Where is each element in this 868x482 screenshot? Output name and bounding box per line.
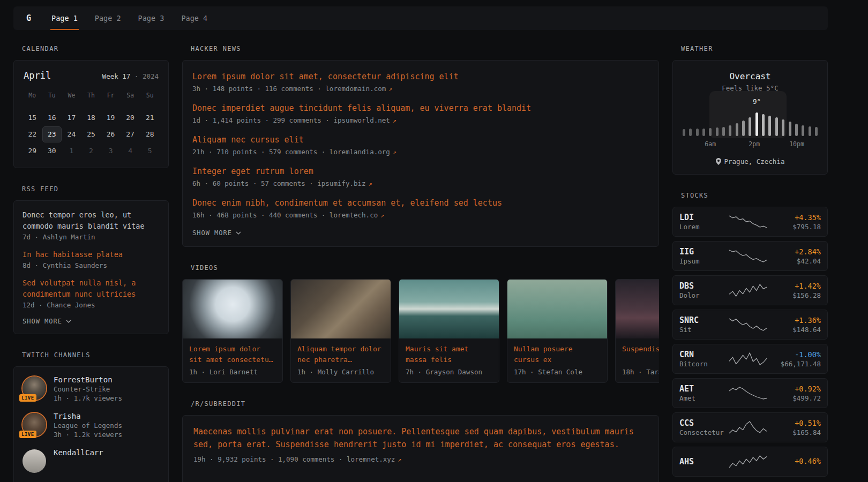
weather-bar xyxy=(768,116,771,136)
weather-current-temp: 9° xyxy=(753,97,761,106)
app-logo[interactable]: G xyxy=(23,13,34,23)
avatar: LIVE xyxy=(23,413,46,436)
time-label: 6am xyxy=(705,140,716,148)
stock-row[interactable]: AETAmet +0.92%$499.72 xyxy=(672,378,828,408)
calendar-day[interactable]: 26 xyxy=(101,126,121,142)
rss-item-link[interactable]: In hac habitasse platea xyxy=(23,249,160,260)
tab-page-1[interactable]: Page 1 xyxy=(50,6,79,30)
stocks-list: LDILorem +4.35%$795.18 IIGIpsum +2.84%$4… xyxy=(672,207,828,477)
calendar-day[interactable]: 25 xyxy=(81,126,101,142)
weather-condition: Overcast xyxy=(682,71,819,81)
calendar-day[interactable]: 15 xyxy=(23,110,42,126)
video-thumbnail xyxy=(291,280,391,338)
rss-item: In hac habitasse platea 8d · Cynthia Sau… xyxy=(23,249,160,269)
avatar xyxy=(23,449,46,473)
rss-show-more-button[interactable]: SHOW MORE xyxy=(23,318,71,325)
video-meta: 1h · Lori Barnett xyxy=(189,368,276,376)
news-title-link[interactable]: Aliquam nec cursus elit xyxy=(192,134,649,146)
calendar-day[interactable]: 17 xyxy=(62,110,81,126)
external-link-icon[interactable]: ↗ xyxy=(398,456,401,463)
left-column: CALENDAR April Week 17 · 2024 Mo Tu We xyxy=(13,45,169,482)
weekday-label: We xyxy=(62,88,81,102)
external-link-icon[interactable]: ↗ xyxy=(393,148,396,156)
twitch-channel[interactable]: LIVE Trisha League of Legends 3h · 1.2k … xyxy=(23,412,160,439)
tab-page-2[interactable]: Page 2 xyxy=(94,6,122,30)
calendar-day[interactable]: 1 xyxy=(62,143,81,159)
news-title-link[interactable]: Lorem ipsum dolor sit amet, consectetur … xyxy=(192,71,649,82)
news-show-more-button[interactable]: SHOW MORE xyxy=(192,229,241,237)
calendar-day[interactable]: 28 xyxy=(140,126,160,142)
stock-symbol: LDI xyxy=(679,213,724,222)
stock-row[interactable]: AHS +0.46% xyxy=(672,447,828,477)
calendar-day[interactable]: 19 xyxy=(101,110,121,126)
twitch-channel[interactable]: KendallCarr xyxy=(23,448,160,473)
rss-item-link[interactable]: Sed volutpat nulla nisl, a condimentum n… xyxy=(23,277,160,300)
subreddit-header: /R/SUBREDDIT xyxy=(191,400,659,408)
calendar-day[interactable]: 27 xyxy=(121,126,140,142)
calendar-day[interactable]: 29 xyxy=(23,143,42,159)
rss-item-meta: 7d · Ashlyn Martin xyxy=(23,233,160,241)
time-label: 10pm xyxy=(789,140,804,148)
calendar-day[interactable]: 30 xyxy=(42,143,62,159)
calendar-day[interactable]: 18 xyxy=(81,110,101,126)
twitch-channel-game: Counter-Strike xyxy=(54,385,122,393)
calendar-day[interactable]: 4 xyxy=(121,143,140,159)
weather-bar xyxy=(689,129,692,136)
stock-row[interactable]: CRNBitcorn -1.00%$66,171.48 xyxy=(672,344,828,374)
weather-bar xyxy=(762,114,765,136)
stock-name: Lorem xyxy=(679,223,724,231)
video-title: Mauris sit amet massa felis xyxy=(406,344,492,365)
calendar-day[interactable]: 5 xyxy=(140,143,160,159)
calendar-day[interactable]: 20 xyxy=(121,110,140,126)
stock-price: $156.28 xyxy=(772,291,821,299)
twitch-channel-viewers: 1h · 1.7k viewers xyxy=(54,394,122,402)
calendar-day[interactable]: 3 xyxy=(101,143,121,159)
external-link-icon[interactable]: ↗ xyxy=(380,212,384,219)
video-thumbnail xyxy=(183,280,282,338)
external-link-icon[interactable]: ↗ xyxy=(369,180,372,187)
subreddit-post-link[interactable]: Maecenas mollis pulvinar erat non posuer… xyxy=(193,425,648,451)
stock-row[interactable]: CCSConsectetur +0.51%$165.84 xyxy=(672,412,828,442)
weather-bar xyxy=(755,112,758,136)
video-card[interactable]: Lorem ipsum dolor sit amet consectetu… 1… xyxy=(182,279,283,383)
external-link-icon[interactable]: ↗ xyxy=(393,117,396,124)
rss-item-link[interactable]: Donec tempor eros leo, ut commodo mauris… xyxy=(23,209,160,232)
weather-bar xyxy=(775,117,778,136)
stock-name: Amet xyxy=(679,394,724,402)
video-card[interactable]: Aliquam tempor dolor nec pharetra… 1h · … xyxy=(290,279,391,383)
calendar-day[interactable]: 22 xyxy=(23,126,42,142)
tab-page-4[interactable]: Page 4 xyxy=(180,6,208,30)
stock-row[interactable]: DBSDolor +1.42%$156.28 xyxy=(672,275,828,305)
calendar-week-year: Week 17 · 2024 xyxy=(102,72,159,80)
external-link-icon[interactable]: ↗ xyxy=(388,85,392,93)
video-card[interactable]: Nullam posuere cursus ex 17h · Stefan Co… xyxy=(507,279,608,383)
calendar-day[interactable]: 21 xyxy=(140,110,160,126)
weekday-label: Tu xyxy=(42,88,62,102)
video-card[interactable]: Suspendisse diam 18h · Tara xyxy=(615,279,659,383)
stock-change: +1.36% xyxy=(772,316,821,325)
news-title-link[interactable]: Integer eget rutrum lorem xyxy=(192,166,649,177)
twitch-channel-game: League of Legends xyxy=(54,421,122,430)
chevron-down-icon xyxy=(236,231,241,235)
stock-row[interactable]: LDILorem +4.35%$795.18 xyxy=(672,207,828,237)
video-card[interactable]: Mauris sit amet massa felis 7h · Grayson… xyxy=(399,279,499,383)
weekday-label: Th xyxy=(81,88,101,102)
tab-page-3[interactable]: Page 3 xyxy=(137,6,166,30)
stocks-widget: STOCKS LDILorem +4.35%$795.18 IIGIpsum +… xyxy=(672,192,828,477)
calendar-day[interactable]: 23 xyxy=(42,126,62,142)
stock-row[interactable]: SNRCSit +1.36%$148.64 xyxy=(672,310,828,340)
twitch-channel[interactable]: LIVE ForrestBurton Counter-Strike 1h · 1… xyxy=(23,375,160,402)
calendar-day[interactable]: 24 xyxy=(62,126,81,142)
weather-bar xyxy=(815,127,818,136)
news-meta: 16h · 468 points · 440 comments · loremt… xyxy=(192,211,649,219)
rss-item-meta: 12d · Chance Jones xyxy=(23,301,160,309)
weather-bars xyxy=(683,110,818,136)
news-title-link[interactable]: Donec enim nibh, condimentum et accumsan… xyxy=(192,198,649,209)
stock-row[interactable]: IIGIpsum +2.84%$42.04 xyxy=(672,241,828,271)
calendar-day[interactable]: 2 xyxy=(81,143,101,159)
calendar-year: 2024 xyxy=(143,72,159,80)
news-title-link[interactable]: Donec imperdiet augue tincidunt felis al… xyxy=(192,103,649,114)
calendar-day[interactable]: 16 xyxy=(42,110,62,126)
video-meta: 7h · Grayson Dawson xyxy=(406,368,492,376)
twitch-channel-name: ForrestBurton xyxy=(54,375,122,384)
